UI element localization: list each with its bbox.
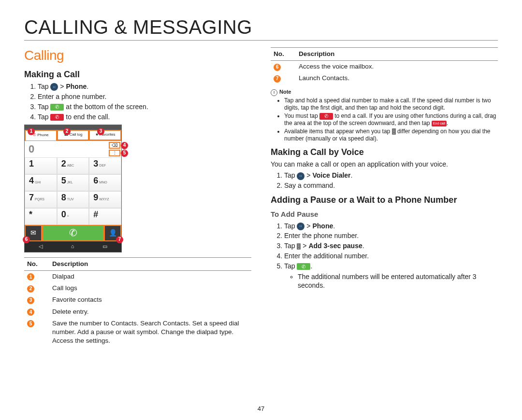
apps-grid-icon: ∷ [297,223,304,230]
row-desc: Call logs [49,282,251,294]
dialpad-key: 6MNO [89,174,121,191]
step-text-bold: Phone [66,83,87,90]
step-text: . [362,242,364,250]
page-number: 47 [0,405,522,412]
apps-grid-icon: ∷ [297,172,304,180]
subheading-pause: Adding a Pause or a Wait to a Phone Numb… [271,194,498,206]
voice-step-1: Tap ∷ > Voice Dialer. [284,171,498,180]
step-text: Tap [284,222,297,230]
dialpad-key: 4GHI [25,174,57,191]
dialpad-key: 1 [25,157,57,174]
call-button: ✆ [42,225,104,241]
dialpad-key: 8TUV [57,191,89,208]
callout-table-left: No. Description 1Dialpad2Call logs3Favor… [24,257,251,347]
notes-list: Tap and hold a speed dial number to make… [271,97,498,142]
table-row: 5Save the number to Contacts. Search Con… [24,318,251,347]
callout-marker-2: 2 [63,128,71,135]
table-row: 1Dialpad [24,270,251,282]
menu-button: ⋮ 5 [109,150,120,156]
end-call-icon: ✆ [50,114,64,121]
step-text: . [310,262,312,270]
row-desc: Launch Contacts. [296,72,498,84]
dialpad-key: # [89,208,121,225]
step-text: . [87,83,88,90]
voice-step-2: Say a command. [284,181,498,190]
row-number-badge: 5 [27,320,34,327]
voice-intro: You can make a call or open an applicati… [271,160,498,169]
step-text: at the bottom of the screen. [66,103,148,111]
th-desc: Description [296,48,498,61]
note-heading: !Note [271,88,498,96]
end-call-pill-icon: End call [432,121,447,126]
row-desc: Favorite contacts [49,294,251,306]
page-title: CALLING & MESSAGING [24,16,498,38]
tab-label: Call log [70,132,83,138]
display-side-buttons: ⌫ 4 ⋮ 5 [108,141,121,157]
step-text: > [60,83,66,90]
step-text: > [306,171,312,179]
number-display-row: 0 ⌫ 4 ⋮ 5 [25,141,121,157]
dialpad-key: 9WXYZ [89,191,121,208]
row-number-badge: 6 [274,64,281,71]
step-text: Tap [284,242,297,250]
th-desc: Description [49,257,251,270]
back-icon: ◁ [39,243,43,250]
pause-sub-bullets: The additional numbers will be entered a… [284,273,498,290]
step-text: . [351,171,353,179]
step-text: . [333,222,335,230]
note-text: You must tap [284,112,319,119]
callout-table-right: No. Description 6Access the voice mailbo… [271,47,498,84]
table-row: 2Call logs [24,282,251,294]
entered-number: 0 [25,142,108,156]
dialer-screenshot: 1 2 3 ✆Phone ☎Call log ★Favorites 0 ⌫ 4 … [24,125,122,252]
phone-tabs: ✆Phone ☎Call log ★Favorites [25,130,121,141]
row-number-badge: 4 [27,308,34,316]
pause-step-4: Enter the additional number. [284,252,498,261]
step-3: Tap ✆ at the bottom of the screen. [38,102,251,112]
info-icon: ! [271,89,277,96]
call-button-icon: ✆ [297,263,310,270]
row-number-badge: 3 [27,297,34,304]
table-row: 3Favorite contacts [24,294,251,306]
note-1: Tap and hold a speed dial number to make… [284,97,498,112]
menu-icon: ⋮ [297,243,301,250]
table-row: 6Access the voice mailbox. [271,61,498,73]
section-heading-calling: Calling [24,46,251,65]
home-icon: ⌂ [71,243,74,250]
callout-marker-3: 3 [97,128,104,135]
tab-favorites: ★Favorites [89,130,121,140]
menu-icon: ⋮ [392,128,396,135]
step-text-bold: Add 3-sec pause [308,242,362,250]
step-2: Enter a phone number. [38,92,251,101]
note-label-text: Note [279,89,291,95]
pause-step-3: Tap ⋮ > Add 3-sec pause. [284,241,498,251]
step-text: Tap [284,262,297,270]
step-text: > [306,222,312,230]
row-number-badge: 1 [27,273,34,280]
left-column: Calling Making a Call Tap ∷ > Phone. Ent… [24,44,251,347]
dialpad-key: 5JKL [57,174,89,191]
step-text: Tap [38,103,50,111]
table-row: 4Delete entry. [24,306,251,318]
dialpad-keys: 12ABC3DEF4GHI5JKL6MNO7PQRS8TUV9WXYZ*0+# [25,157,121,225]
th-no: No. [24,257,49,270]
pause-bullet: The additional numbers will be entered a… [298,273,498,290]
subheading-voice: Making a Call by Voice [271,146,498,158]
apps-grid-icon: ∷ [50,83,58,91]
row-desc: Access the voice mailbox. [296,61,498,73]
step-4: Tap ✆ to end the call. [38,112,251,122]
step-text: to end the call. [66,113,110,121]
th-no: No. [271,48,296,61]
tab-calllog: ☎Call log [57,130,89,140]
step-1: Tap ∷ > Phone. [38,82,251,91]
call-button-icon: ✆ [50,104,64,111]
row-desc: Save the number to Contacts. Search Cont… [49,318,251,347]
callout-tbody-right: 6Access the voice mailbox.7Launch Contac… [271,61,498,84]
two-column-layout: Calling Making a Call Tap ∷ > Phone. Ent… [24,44,498,347]
row-desc: Dialpad [49,270,251,282]
voicemail-button: ✉ 6 [25,225,42,241]
title-rule [24,40,498,41]
pause-steps: Tap ∷ > Phone. Enter the phone number. T… [271,222,498,290]
subheading-making-a-call: Making a Call [24,69,251,80]
delete-button: ⌫ 4 [109,142,120,149]
